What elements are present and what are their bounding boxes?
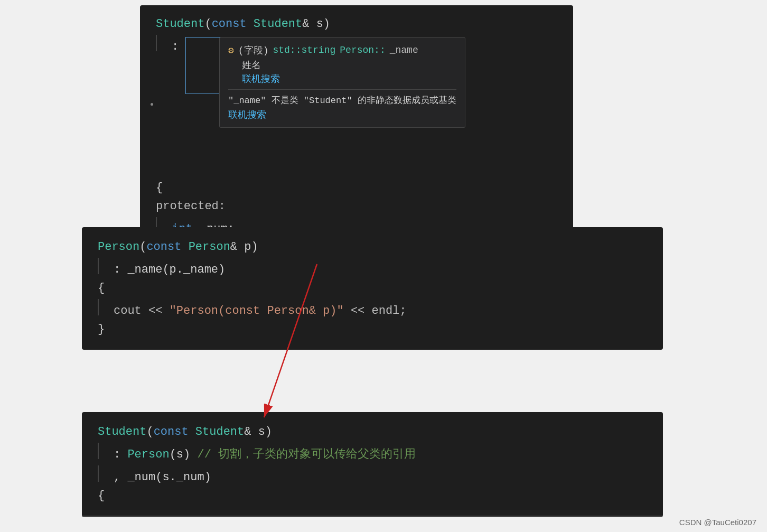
person-class1: Person (98, 238, 139, 256)
tooltip-field-member: _name (390, 45, 418, 55)
class-name-student: Student (156, 15, 204, 33)
b-keyword-const: const (154, 423, 195, 441)
tooltip-link1-row[interactable]: 联机搜索 (228, 72, 456, 85)
tooltip-popup: ⚙ (字段) std::string Person:: _name 姓名 联机搜… (219, 37, 465, 128)
tooltip-link2-row[interactable]: 联机搜索 (228, 108, 456, 121)
dot-decoration (151, 103, 153, 106)
middle-line-1: Person(const Person& p) (98, 238, 647, 256)
tooltip-desc: 姓名 (242, 59, 261, 71)
tooltip-error-msg: "_name" 不是类 "Student" 的非静态数据成员或基类 (228, 94, 456, 106)
m-string-literal: "Person(const Person& p)" (170, 302, 344, 320)
tooltip-link2[interactable]: 联机搜索 (228, 108, 266, 121)
class-name-student2: Student (254, 15, 302, 33)
bottom-line-3: , _num(s._num) (98, 464, 647, 487)
keyword-const: const (212, 15, 254, 33)
protected-keyword: protected: (156, 197, 226, 216)
b-comment: // 切割，子类的对象可以传给父类的引用 (197, 445, 416, 464)
bottom-line-2: : Person (s) // 切割，子类的对象可以传给父类的引用 (98, 441, 647, 464)
tooltip-field-class: Person:: (340, 45, 385, 55)
tooltip-field-prefix: (字段) (238, 44, 269, 57)
csdn-watermark-text: CSDN @TauCeti0207 (679, 518, 756, 527)
b-student2: Student (195, 423, 244, 441)
field-icon: ⚙ (228, 44, 234, 56)
middle-code-panel: Person(const Person& p) : _name(p._name)… (82, 227, 663, 350)
middle-line-4: cout << "Person(const Person& p)" << end… (98, 297, 647, 320)
tooltip-field-type: std::string (273, 45, 335, 55)
csdn-watermark: CSDN @TauCeti0207 (679, 518, 756, 527)
b-indent-bar2 (98, 465, 99, 482)
middle-line-5: } (98, 320, 647, 339)
b-indent-bar1 (98, 443, 99, 459)
page-container: Student(const Student& s) : name (s._nam… (0, 0, 767, 532)
bottom-code-panel: Student(const Student& s) : Person (s) /… (82, 412, 663, 517)
middle-line-2: : _name(p._name) (98, 256, 647, 279)
b-student1: Student (98, 423, 146, 441)
b-person-ref: Person (127, 445, 169, 464)
code-line-1: Student(const Student& s) (156, 15, 557, 33)
indent-bar (156, 35, 157, 51)
bottom-line-4: { (98, 487, 647, 505)
middle-line-3: { (98, 279, 647, 297)
cout-text: cout << (114, 302, 170, 320)
tooltip-field-row: ⚙ (字段) std::string Person:: _name (228, 44, 456, 57)
person-class2: Person (189, 238, 230, 256)
tooltip-error-row: "_name" 不是类 "Student" 的非静态数据成员或基类 (228, 94, 456, 106)
m-indent-bar2 (98, 299, 99, 315)
code-line-3: { (156, 179, 557, 197)
tooltip-desc-row: 姓名 (228, 59, 456, 71)
tooltip-divider (228, 89, 456, 90)
bottom-line-1: Student(const Student& s) (98, 423, 647, 441)
m-indent-bar1 (98, 258, 99, 274)
m-keyword-const: const (146, 238, 188, 256)
tooltip-link1[interactable]: 联机搜索 (242, 72, 280, 85)
code-line-4: protected: (156, 197, 557, 216)
